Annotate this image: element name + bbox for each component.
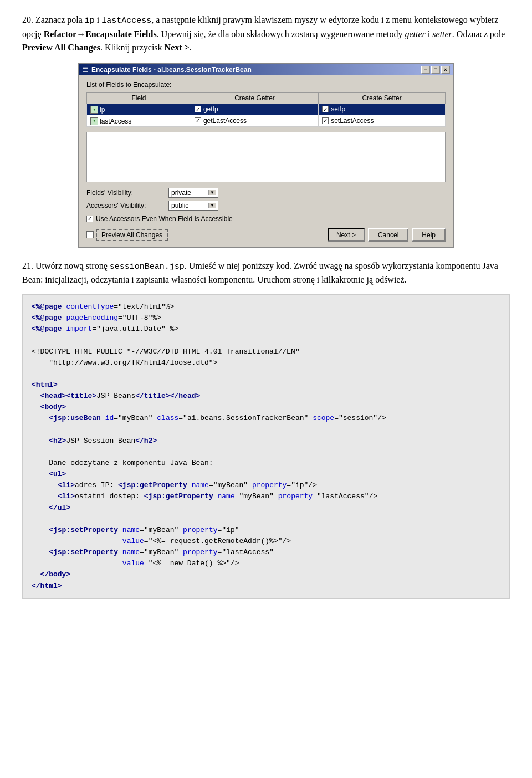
encapsulate-fields-dialog: 🗔 Encapsulate Fields - ai.beans.SessionT… [78, 63, 454, 248]
dialog-buttons-row: Preview All Changes Next > Cancel Help [86, 228, 446, 242]
code-line-18: </ul> [32, 504, 70, 512]
accessors-visibility-select[interactable]: public ▼ [168, 201, 218, 211]
table-row-getter-0: getIp [191, 104, 318, 115]
code-line-17: <li>ostatni dostep: <jsp:getProperty nam… [32, 492, 377, 500]
code-line-4: <!DOCTYPE HTML PUBLIC "-//W3C//DTD HTML … [32, 347, 300, 356]
code-line-22: <jsp:setProperty name="myBean" property=… [32, 548, 274, 556]
dialog-body: List of Fields to Encapsulate: Field Cre… [79, 75, 453, 247]
code-line-2: <%@page import="java.util.Date" %> [32, 325, 178, 333]
fields-visibility-row: Fields' Visibility: private ▼ [86, 188, 446, 198]
field-icon-img-0: f [90, 106, 98, 114]
step-20-text4: . Upewnij się, że dla obu składowych zos… [157, 29, 405, 39]
setter-checkbox-1[interactable] [322, 117, 329, 124]
step-20-number: 20. [22, 15, 33, 24]
getter-label-0[interactable]: getIp [195, 105, 315, 113]
accessors-visibility-label: Accessors' Visibility: [86, 202, 164, 209]
italic-getter: getter [405, 29, 426, 39]
getter-checkbox-1[interactable] [195, 117, 201, 124]
accessors-visibility-row: Accessors' Visibility: public ▼ [86, 201, 446, 211]
code-line-21: value="<%= request.getRemoteAddr()%>"/> [32, 537, 291, 545]
use-accessors-label: Use Accessors Even When Field Is Accessi… [96, 215, 233, 223]
code-line-7: <html> [32, 381, 58, 389]
code-line-0: <%@page contentType="text/html"%> [32, 303, 174, 311]
setter-label-0[interactable]: setIp [322, 105, 442, 113]
table-row-field-1: flastAccess [87, 115, 191, 127]
code-line-23: value="<%= new Date() %>"/> [32, 559, 239, 567]
field-icon-img-1: f [90, 117, 98, 125]
code-line-9: <body> [32, 403, 66, 411]
fields-visibility-select[interactable]: private ▼ [168, 188, 218, 198]
fields-table: Field Create Getter Create Setter fipget… [86, 92, 446, 127]
code-sessionbean: sessionBean.jsp [110, 262, 185, 272]
step-20-paragraph: 20. Zaznacz pola ip i lastAccess, a nast… [22, 13, 510, 54]
field-icon-1: flastAccess [90, 117, 131, 125]
list-label: List of Fields to Encapsulate: [86, 81, 446, 89]
table-row-getter-1: getLastAccess [191, 115, 318, 127]
field-name-1: lastAccess [100, 117, 131, 125]
field-icon-0: fip [90, 106, 105, 114]
step-20-text7: . Kliknij przycisk [100, 43, 165, 52]
getter-method-1: getLastAccess [203, 117, 247, 125]
italic-setter: setter [432, 29, 452, 39]
code-block: <%@page contentType="text/html"%> <%@pag… [22, 294, 510, 599]
fields-visibility-label: Fields' Visibility: [86, 189, 164, 197]
step-20-text2: i [95, 15, 101, 24]
step-21-number: 21. [22, 261, 33, 270]
col-field: Field [87, 92, 191, 104]
code-line-1: <%@page pageEncoding="UTF-8"%> [32, 314, 161, 322]
code-line-8: <head><title>JSP Beans</title></head> [32, 392, 200, 400]
table-row-setter-1: setLastAccess [319, 115, 446, 127]
code-lastaccess: lastAccess [101, 16, 151, 25]
step-20-text5: i [426, 29, 432, 39]
setter-method-0: setIp [331, 105, 345, 113]
maximize-button[interactable]: □ [431, 66, 440, 74]
dialog-wrapper: 🗔 Encapsulate Fields - ai.beans.SessionT… [22, 63, 510, 248]
code-line-14: Dane odczytane z komponentu Java Bean: [32, 459, 213, 467]
setter-method-1: setLastAccess [331, 117, 374, 125]
field-name-0: ip [100, 106, 105, 114]
table-row-field-0: fip [87, 104, 191, 115]
code-line-20: <jsp:setProperty name="myBean" property=… [32, 526, 239, 534]
bold-next: Next > [165, 43, 190, 52]
use-accessors-row: Use Accessors Even When Field Is Accessi… [86, 215, 446, 223]
fields-visibility-value: private [171, 189, 191, 197]
code-line-5: "http://www.w3.org/TR/html4/loose.dtd"> [32, 359, 217, 367]
step-21-paragraph: 21. Utwórz nową stronę sessionBean.jsp. … [22, 259, 510, 287]
step-20-text8: . [190, 43, 192, 52]
dialog-title: Encapsulate Fields - ai.beans.SessionTra… [91, 66, 252, 74]
col-getter: Create Getter [191, 92, 318, 104]
dialog-btn-group: Next > Cancel Help [328, 228, 446, 242]
code-ip: ip [85, 16, 95, 25]
setter-checkbox-0[interactable] [322, 106, 329, 112]
use-accessors-checkbox[interactable] [86, 216, 93, 222]
fields-visibility-arrow[interactable]: ▼ [208, 190, 216, 195]
preview-all-changes-label: Preview All Changes [96, 229, 168, 241]
help-button[interactable]: Help [412, 228, 446, 242]
dialog-controls: − □ × [421, 66, 450, 74]
next-button[interactable]: Next > [328, 228, 365, 242]
cancel-button[interactable]: Cancel [368, 228, 408, 242]
dialog-icon: 🗔 [82, 66, 88, 73]
code-line-25: </html> [32, 582, 62, 590]
step-21-text1: Utwórz nową stronę [35, 261, 110, 270]
code-line-15: <ul> [32, 470, 66, 478]
preview-check-group: Preview All Changes [86, 229, 168, 241]
step-20-text6: . Odznacz pole [452, 29, 505, 39]
col-setter: Create Setter [319, 92, 446, 104]
accessors-visibility-value: public [171, 202, 188, 209]
bold-refactor: Refactor→Encapsulate Fields [44, 29, 157, 39]
minimize-button[interactable]: − [421, 66, 430, 74]
code-line-10: <jsp:useBean id="myBean" class="ai.beans… [32, 414, 386, 422]
getter-checkbox-0[interactable] [195, 106, 201, 112]
code-line-16: <li>adres IP: <jsp:getProperty name="myB… [32, 481, 317, 489]
close-button[interactable]: × [441, 66, 450, 74]
bold-preview: Preview All Changes [22, 43, 100, 52]
code-line-24: </body> [32, 570, 70, 579]
setter-label-1[interactable]: setLastAccess [322, 117, 442, 125]
table-row-setter-0: setIp [319, 104, 446, 115]
code-line-12: <h2>JSP Session Bean</h2> [32, 437, 157, 445]
getter-label-1[interactable]: getLastAccess [195, 117, 315, 125]
accessors-visibility-arrow[interactable]: ▼ [208, 203, 216, 208]
preview-checkbox[interactable] [86, 231, 94, 238]
dialog-titlebar: 🗔 Encapsulate Fields - ai.beans.SessionT… [79, 64, 453, 75]
